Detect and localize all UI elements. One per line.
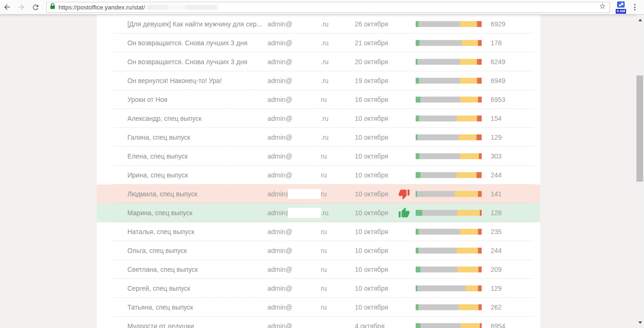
table-row[interactable]: Уроки от Ноя admin@ ru 16 октября 6953	[97, 90, 540, 109]
bar-segment-yellow	[459, 135, 477, 141]
bar-segment-gray	[419, 153, 460, 160]
bar-segment-red	[477, 21, 482, 27]
table-row[interactable]: [Для девушек] Как найти мужчину для сер.…	[97, 15, 540, 34]
bar-segment-red	[478, 229, 482, 235]
table-row[interactable]: Он возвращается. Снова лучших 3 дня admi…	[97, 52, 540, 71]
table-row[interactable]: Светлана, спец выпуск admin@ ru 10 октяб…	[97, 260, 540, 279]
sender-email-suffix: ru	[321, 266, 326, 273]
table-row[interactable]: Татьяна, спец выпуск admin@ ru 10 октябр…	[97, 298, 540, 317]
table-row[interactable]: Галина, спец выпуск admin@ .ru 10 октябр…	[97, 128, 540, 147]
sender-email-suffix: .ru	[321, 77, 328, 84]
bar-segment-red	[478, 304, 482, 311]
vertical-scrollbar[interactable]	[636, 15, 644, 328]
campaign-title[interactable]: Уроки от Ноя	[127, 96, 167, 103]
delivery-stats-bar	[416, 40, 482, 46]
bar-segment-yellow	[457, 267, 478, 273]
campaign-title[interactable]: Он вернулся! Наконец-то! Ура!	[127, 77, 222, 84]
sender-email-suffix: .ru	[321, 58, 328, 66]
scroll-up-button[interactable]	[636, 16, 644, 24]
table-row[interactable]: Он возвращается. Снова лучших 3 дня admi…	[97, 34, 540, 52]
campaign-title[interactable]: Светлана, спец выпуск	[127, 266, 198, 273]
reload-button[interactable]	[28, 0, 42, 14]
campaign-title[interactable]: Ирина, спец выпуск	[127, 171, 188, 179]
sender-email-prefix: admin@	[268, 228, 292, 235]
sender-email-prefix: admin@	[268, 39, 292, 47]
table-row[interactable]: Ирина, спец выпуск admin@ ru 10 октября …	[97, 166, 540, 185]
campaign-title[interactable]: Марина, спец выпуск	[127, 209, 192, 217]
bar-segment-green	[416, 153, 419, 160]
table-row[interactable]: Мудрости от дедушки admin@ 4 октября 695…	[97, 317, 540, 328]
campaign-title[interactable]: Ольга, спец выпуск	[127, 247, 187, 254]
recipients-count: 128	[491, 209, 502, 217]
secure-lock-icon[interactable]	[50, 3, 55, 11]
send-date: 10 октября	[355, 115, 388, 122]
table-row[interactable]: Людмила, спец выпуск admin@ ru 10 октябр…	[97, 185, 540, 203]
table-row[interactable]: Он вернулся! Наконец-то! Ура! admin@ .ru…	[97, 71, 540, 90]
table-row[interactable]: Сергей, спец выпуск admin@ ru 10 октября…	[97, 279, 540, 298]
sender-email-prefix: admin@	[268, 171, 292, 179]
delivery-stats-bar	[416, 59, 482, 65]
recipients-count: 262	[491, 303, 502, 311]
back-button[interactable]	[0, 0, 14, 14]
sender-email-prefix: admin@	[268, 134, 292, 141]
campaign-title[interactable]: Сергей, спец выпуск	[127, 285, 190, 292]
send-date: 10 октября	[355, 228, 388, 235]
table-row[interactable]: Александр, спец выпуск admin@ .ru 10 окт…	[97, 109, 540, 128]
back-icon	[3, 3, 11, 11]
bar-segment-yellow	[460, 153, 479, 160]
sender-email-prefix: admin@	[268, 115, 292, 122]
campaign-title[interactable]: Елена, спец выпуск	[127, 152, 188, 160]
bar-segment-red	[477, 59, 482, 65]
bar-segment-gray	[418, 304, 459, 311]
bar-segment-green	[416, 116, 419, 122]
browser-menu-button[interactable]	[628, 0, 641, 14]
scrollbar-thumb[interactable]	[636, 76, 643, 182]
campaign-title[interactable]: Мудрости от дедушки	[127, 322, 194, 328]
table-row[interactable]: Ольга, спец выпуск admin@ ru 10 октября …	[97, 241, 540, 260]
campaign-title[interactable]: Галина, спец выпуск	[127, 134, 190, 141]
table-row[interactable]: Марина, спец выпуск admin@ .ru 10 октябр…	[97, 203, 540, 222]
bar-segment-green	[416, 323, 420, 328]
bar-segment-red	[478, 191, 482, 197]
page-viewport: [Для девушек] Как найти мужчину для сер.…	[0, 15, 644, 328]
table-row[interactable]: Елена, спец выпуск admin@ ru 10 октября …	[97, 147, 540, 166]
recipients-count: 141	[491, 190, 502, 198]
campaign-title[interactable]: Людмила, спец выпуск	[127, 190, 197, 198]
extension-button[interactable]: 0.6M	[614, 1, 628, 14]
table-row[interactable]: Наталья, спец выпуск admin@ ru 10 октябр…	[97, 222, 540, 241]
campaign-title[interactable]: Александр, спец выпуск	[127, 115, 201, 122]
scroll-down-button[interactable]	[636, 319, 644, 327]
bar-segment-red	[477, 135, 482, 141]
forward-button[interactable]	[14, 0, 28, 14]
campaign-title[interactable]: Наталья, спец выпуск	[127, 228, 194, 235]
bar-segment-gray	[418, 21, 460, 27]
sender-email-suffix: ru	[321, 303, 326, 311]
bar-segment-yellow	[455, 191, 478, 197]
send-date: 21 октября	[355, 39, 388, 47]
bar-segment-green	[416, 267, 420, 273]
send-date: 10 октября	[355, 190, 388, 198]
bar-segment-yellow	[457, 116, 477, 122]
bar-segment-yellow	[457, 248, 478, 254]
bar-segment-gray	[419, 40, 462, 46]
bar-segment-gray	[418, 248, 457, 254]
sender-email-suffix: ru	[321, 285, 326, 292]
delivery-stats-bar	[416, 304, 482, 311]
campaign-title[interactable]: [Для девушек] Как найти мужчину для сер.…	[127, 20, 262, 28]
send-date: 10 октября	[355, 134, 388, 141]
sender-email-prefix: admin@	[268, 152, 292, 160]
delivery-stats-bar	[416, 248, 482, 254]
triangle-up-icon	[638, 19, 642, 21]
bar-segment-yellow	[460, 323, 480, 328]
bookmark-star-icon[interactable]	[599, 2, 606, 12]
send-date: 10 октября	[355, 209, 388, 217]
campaign-title[interactable]: Он возвращается. Снова лучших 3 дня	[127, 39, 247, 47]
url-text[interactable]: https://postoffice.yandex.ru/stat/	[59, 4, 145, 11]
campaign-title[interactable]: Татьяна, спец выпуск	[127, 303, 193, 311]
campaign-title[interactable]: Он возвращается. Снова лучших 3 дня	[127, 58, 247, 66]
bar-segment-yellow	[460, 229, 478, 235]
recipients-count: 235	[491, 228, 502, 235]
delivery-stats-bar	[416, 286, 482, 292]
url-bar[interactable]: https://postoffice.yandex.ru/stat/	[46, 2, 610, 13]
browser-toolbar: https://postoffice.yandex.ru/stat/ 0.6M	[0, 0, 644, 15]
